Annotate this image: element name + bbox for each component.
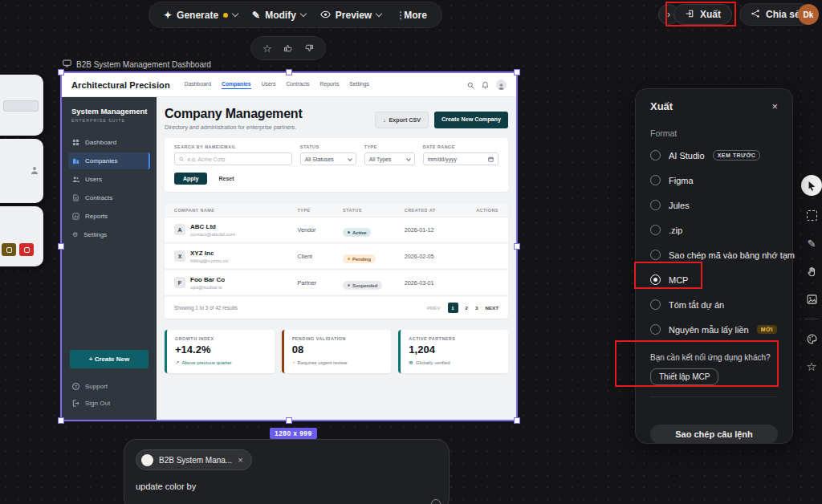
selection-handle[interactable] (514, 69, 520, 75)
sidebar-item-dashboard[interactable]: Dashboard (68, 134, 150, 151)
building-icon (72, 157, 79, 165)
export-csv-button[interactable]: ↓ Export CSV (375, 112, 429, 128)
format-option-project-summary[interactable]: Tóm tắt dự án (650, 292, 778, 317)
page-2-button[interactable]: 2 (466, 305, 468, 311)
modify-button[interactable]: ✎ Modify (252, 10, 306, 21)
next-page-button[interactable]: NEXT (485, 305, 498, 311)
format-option-jules[interactable]: Jules (650, 193, 778, 217)
eye-icon (320, 10, 331, 21)
sidebar-item-signout[interactable]: Sign Out (68, 395, 150, 412)
page-title: Company Management (165, 107, 303, 121)
pencil-icon: ✎ (252, 10, 260, 21)
table-row[interactable]: X XYZ Inc billing@xyzinc.co Client Pendi… (165, 244, 508, 270)
status-select[interactable]: All Statuses (300, 152, 356, 165)
close-icon[interactable]: × (771, 100, 778, 112)
stat-card-partners: ACTIVE PARTNERS 1,204 ⊕Globally verified (398, 330, 508, 373)
mockup-user-avatar[interactable] (496, 79, 507, 90)
close-icon[interactable]: × (238, 455, 242, 465)
image-tool[interactable] (803, 291, 820, 308)
hand-tool[interactable] (803, 262, 820, 280)
column-header: CREATED AT (405, 208, 466, 213)
chart-icon (72, 213, 79, 220)
table-row[interactable]: F Foo Bar Co ops@foobar.io Partner Suspe… (165, 270, 508, 297)
project-icon (141, 454, 153, 466)
nav-link-settings[interactable]: Settings (349, 81, 369, 89)
download-icon: ↓ (383, 116, 386, 124)
sidebar-item-support[interactable]: ? Support (68, 378, 150, 395)
search-icon[interactable] (467, 78, 474, 92)
date-range-input[interactable]: mm/dd/yyyy (423, 152, 498, 165)
reset-button[interactable]: Reset (218, 176, 234, 181)
frame-size-badge: 1280 x 999 (270, 428, 317, 439)
placeholder-input-bar (3, 100, 39, 112)
copy-command-button[interactable]: Sao chép câu lệnh (650, 425, 778, 444)
setup-mcp-button[interactable]: Thiết lập MCP (650, 368, 718, 385)
star-icon[interactable]: ☆ (262, 43, 272, 55)
search-input[interactable] (187, 156, 287, 162)
marquee-select-tool[interactable] (803, 206, 820, 224)
table-row[interactable]: A ABC Ltd contact@abcltd.com Vendor Acti… (165, 217, 508, 244)
thumbs-up-icon[interactable] (283, 43, 293, 53)
format-option-instant-prototype[interactable]: Nguyên mẫu lấy liền MỚI (650, 317, 778, 342)
stat-card-growth: GROWTH INDEX +14.2% ↗Above previous quar… (165, 330, 275, 373)
nav-link-companies[interactable]: Companies (222, 81, 251, 89)
nav-link-dashboard[interactable]: Dashboard (185, 81, 211, 89)
generate-button[interactable]: ✦ Generate (164, 10, 238, 21)
selection-handle[interactable] (286, 69, 292, 75)
nav-link-contracts[interactable]: Contracts (286, 81, 309, 89)
filters-card: SEARCH BY NAME/EMAIL STATUS All Statuses (165, 138, 508, 192)
sidebar-item-users[interactable]: Users (68, 171, 150, 188)
format-option-zip[interactable]: .zip (650, 217, 778, 242)
create-new-company-button[interactable]: Create New Company (434, 112, 508, 128)
new-badge: MỚI (757, 325, 777, 334)
selection-handle[interactable] (286, 417, 292, 424)
favorite-star-tool[interactable]: ☆ (803, 358, 820, 376)
type-select[interactable]: All Types (364, 152, 415, 165)
create-new-button[interactable]: + Create New (70, 350, 149, 368)
column-header: COMPANY NAME (174, 208, 298, 213)
chevron-down-icon (232, 10, 238, 17)
prev-page-button[interactable]: PREV (427, 305, 441, 311)
bell-icon[interactable] (482, 78, 489, 92)
theme-palette-tool[interactable] (803, 330, 820, 348)
selection-handle[interactable] (58, 243, 64, 250)
pencil-tool[interactable]: ✎ (803, 234, 820, 252)
format-option-copy-clipboard[interactable]: Sao chép mã vào bảng nhớ tạm (650, 242, 778, 267)
smiley-icon[interactable] (431, 499, 441, 504)
olive-action-chip[interactable] (2, 243, 16, 256)
frame-title[interactable]: B2B System Management Dashboard (63, 59, 211, 69)
thumbs-down-icon[interactable] (304, 43, 314, 53)
nav-link-reports[interactable]: Reports (319, 81, 339, 89)
page-subtitle: Directory and administration for enterpr… (165, 124, 303, 131)
user-avatar[interactable]: Dk (798, 4, 819, 25)
format-option-figma[interactable]: Figma (650, 168, 778, 193)
design-canvas-frame[interactable]: Architectural Precision Dashboard Compan… (60, 71, 518, 421)
nav-link-users[interactable]: Users (262, 81, 276, 89)
selection-handle[interactable] (58, 417, 64, 424)
page-3-button[interactable]: 3 (475, 305, 478, 311)
selection-handle[interactable] (514, 417, 520, 424)
prompt-text: update color by (136, 482, 437, 491)
status-label: STATUS (300, 144, 356, 149)
page-1-button[interactable]: 1 (448, 303, 458, 313)
sidebar-item-settings[interactable]: ⚙ Settings (68, 226, 150, 243)
chat-input[interactable]: B2B System Mana... × update color by (124, 439, 450, 504)
apply-button[interactable]: Apply (174, 173, 207, 185)
format-option-mcp[interactable]: MCP (650, 267, 778, 292)
radio-icon (650, 250, 661, 260)
export-button[interactable]: Xuất (673, 4, 732, 25)
preview-button[interactable]: Preview (320, 10, 381, 21)
export-panel: Xuất × Format AI Studio XEM TRƯỚC Figma … (635, 88, 793, 444)
sidebar-item-companies[interactable]: Companies (68, 152, 150, 169)
sparkle-icon: ✦ (164, 10, 172, 21)
selection-handle[interactable] (514, 243, 520, 250)
cursor-tool[interactable] (801, 175, 822, 196)
format-option-ai-studio[interactable]: AI Studio XEM TRƯỚC (650, 143, 778, 168)
context-chip[interactable]: B2B System Mana... × (136, 449, 252, 470)
sidebar-item-reports[interactable]: Reports (68, 208, 150, 225)
document-icon (72, 194, 79, 201)
selection-handle[interactable] (58, 69, 64, 75)
delete-chip[interactable] (19, 243, 34, 256)
sidebar-item-contracts[interactable]: Contracts (68, 189, 150, 206)
more-button[interactable]: ⋮ More (396, 10, 427, 21)
